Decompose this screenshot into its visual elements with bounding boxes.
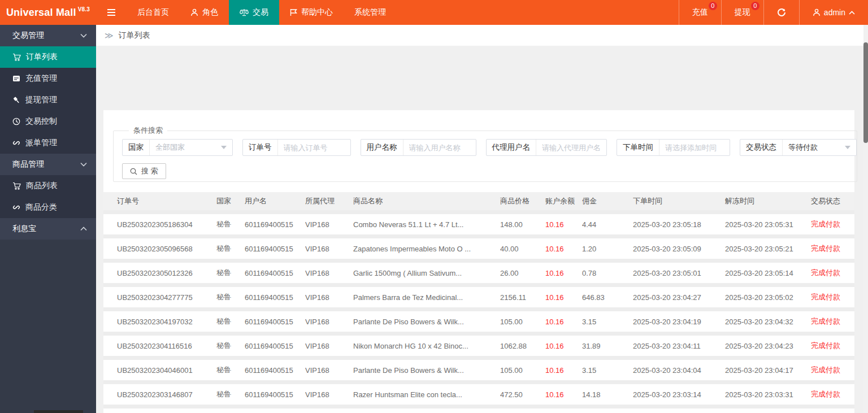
refresh-button[interactable] <box>763 0 799 25</box>
cell-balance: 10.16 <box>545 342 582 350</box>
row-separator <box>103 307 854 311</box>
cell-price: 2156.11 <box>500 293 545 302</box>
nav-item-system-admin[interactable]: 系统管理 <box>344 0 397 25</box>
menu-toggle-button[interactable] <box>96 0 127 25</box>
user-menu[interactable]: admin <box>799 0 868 25</box>
cell-price: 148.00 <box>500 220 545 229</box>
agent-name-input[interactable] <box>536 140 606 155</box>
cell-unfreeze-time: 2025-03-20 23:03:31 <box>725 390 811 399</box>
cell-username: 601169400515 <box>245 366 305 375</box>
search-panel-legend: 条件搜索 <box>129 125 167 136</box>
country-label: 国家 <box>123 140 150 155</box>
cell-agent: VIP168 <box>305 366 353 375</box>
cell-price: 105.00 <box>500 366 545 375</box>
nav-item-help-center[interactable]: 帮助中心 <box>279 0 344 25</box>
cell-agent: VIP168 <box>305 318 353 326</box>
cell-username: 601169400515 <box>245 342 305 350</box>
sidebar-item-label: 订单列表 <box>26 52 58 62</box>
cell-balance: 10.16 <box>545 293 582 302</box>
cell-order-no: UB2503202304197032 <box>117 318 216 326</box>
cell-order-time: 2025-03-20 23:04:19 <box>633 318 725 326</box>
cell-product-name: Nikon Monarch HG 10 x 42 Binoc... <box>353 342 500 350</box>
cell-order-no: UB2503202305186304 <box>117 220 216 229</box>
horizontal-scrollbar-thumb[interactable] <box>34 410 83 413</box>
table-row: UB2503202303146807秘鲁601169400515VIP168Ra… <box>103 384 854 405</box>
cell-commission: 1.20 <box>582 245 633 253</box>
country-select[interactable]: 全部国家 <box>150 140 232 155</box>
cell-order-time: 2025-03-20 23:04:04 <box>633 366 725 375</box>
cell-product-name: Parlante De Piso Bowers & Wilk... <box>353 366 500 375</box>
column-header-unfreeze-time: 解冻时间 <box>725 196 811 206</box>
cell-unfreeze-time: 2025-03-20 23:04:32 <box>725 318 811 326</box>
cell-product-name: Garlic 1500mg ( Allium Sativum... <box>353 269 500 277</box>
cell-commission: 646.83 <box>582 293 633 302</box>
content-card: 条件搜索 国家 全部国家 订单号 用户名称 <box>103 110 854 413</box>
main-content: ≫ 订单列表 条件搜索 国家 全部国家 订单号 用户名称 <box>96 25 863 413</box>
cell-country: 秘鲁 <box>216 244 245 254</box>
cell-username: 601169400515 <box>245 245 305 253</box>
user-name-input[interactable] <box>403 140 476 155</box>
sidebar-item-label: 商品列表 <box>26 181 58 191</box>
cell-country: 秘鲁 <box>216 341 245 351</box>
order-time-field-group: 下单时间 <box>617 139 730 156</box>
cell-order-no: UB2503202304116516 <box>117 342 216 350</box>
cell-balance: 10.16 <box>545 390 582 399</box>
cell-agent: VIP168 <box>305 342 353 350</box>
cell-commission: 4.44 <box>582 220 633 229</box>
withdraw-label: 提现 <box>735 7 750 18</box>
sidebar-item-product-list[interactable]: 商品列表 <box>0 175 96 197</box>
clock-icon <box>12 118 20 125</box>
main-nav: 后台首页 角色 交易 帮助中心 系统管理 <box>127 0 397 25</box>
order-time-input[interactable] <box>659 140 730 155</box>
cell-trade-status: 完成付款 <box>811 316 854 327</box>
cell-unfreeze-time: 2025-03-20 23:05:14 <box>725 269 811 277</box>
cell-order-no: UB2503202304277775 <box>117 293 216 302</box>
column-header-country: 国家 <box>216 196 245 206</box>
sidebar-group-product-management[interactable]: 商品管理 <box>0 154 96 175</box>
nav-item-trade[interactable]: 交易 <box>229 0 279 25</box>
trade-status-select-value: 等待付款 <box>788 142 818 153</box>
vertical-scrollbar-thumb[interactable] <box>863 42 868 143</box>
nav-item-roles[interactable]: 角色 <box>180 0 229 25</box>
brand-logo: Universal MallV8.3 <box>0 0 96 25</box>
row-separator <box>103 356 854 360</box>
search-icon <box>130 168 137 175</box>
column-header-agent: 所属代理 <box>305 196 353 206</box>
orders-table-body: UB2503202305186304秘鲁601169400515VIP168Co… <box>103 210 854 413</box>
breadcrumb-chevrons-icon: ≫ <box>105 31 114 41</box>
sidebar-item-product-category[interactable]: 商品分类 <box>0 197 96 218</box>
cell-balance: 10.16 <box>545 245 582 253</box>
row-separator <box>103 234 854 238</box>
cell-trade-status: 完成付款 <box>811 389 854 399</box>
refresh-icon <box>777 8 786 17</box>
cell-order-time: 2025-03-20 23:05:01 <box>633 269 725 277</box>
cell-trade-status: 完成付款 <box>811 292 854 302</box>
sidebar-item-order-list[interactable]: 订单列表 <box>0 46 96 68</box>
cell-country: 秘鲁 <box>216 219 245 229</box>
agent-name-field-group: 代理用户名 <box>486 139 607 156</box>
cell-country: 秘鲁 <box>216 389 245 399</box>
withdraw-button[interactable]: 提现 0 <box>721 0 763 25</box>
vertical-scrollbar-track[interactable] <box>863 25 868 413</box>
nav-item-dashboard[interactable]: 后台首页 <box>127 0 180 25</box>
cell-country: 秘鲁 <box>216 316 245 327</box>
trade-status-select[interactable]: 等待付款 <box>783 140 856 155</box>
sidebar-item-dispatch-management[interactable]: 派单管理 <box>0 132 96 154</box>
recharge-button[interactable]: 充值 0 <box>679 0 721 25</box>
row-separator <box>103 380 854 384</box>
cart-icon <box>12 182 21 190</box>
top-navbar: Universal MallV8.3 后台首页 角色 交易 帮助中心 <box>0 0 868 25</box>
order-no-input[interactable] <box>278 140 350 155</box>
cell-balance: 10.16 <box>545 269 582 277</box>
cell-trade-status: 完成付款 <box>811 244 854 254</box>
sidebar-item-recharge-management[interactable]: 充值管理 <box>0 68 96 89</box>
topbar-actions: 充值 0 提现 0 admin <box>679 0 868 25</box>
orders-table-header: 订单号国家用户名所属代理商品名称商品价格账户余额佣金下单时间解冻时间交易状态 <box>103 192 854 210</box>
sidebar-item-withdraw-management[interactable]: 提现管理 <box>0 89 96 111</box>
cell-commission: 31.89 <box>582 342 633 350</box>
sidebar-group-trade-management[interactable]: 交易管理 <box>0 25 96 46</box>
sidebar-group-interest-treasure[interactable]: 利息宝 <box>0 218 96 240</box>
search-button[interactable]: 搜 索 <box>122 163 166 179</box>
dropdown-arrow-icon <box>845 146 850 149</box>
sidebar-item-trade-control[interactable]: 交易控制 <box>0 111 96 132</box>
